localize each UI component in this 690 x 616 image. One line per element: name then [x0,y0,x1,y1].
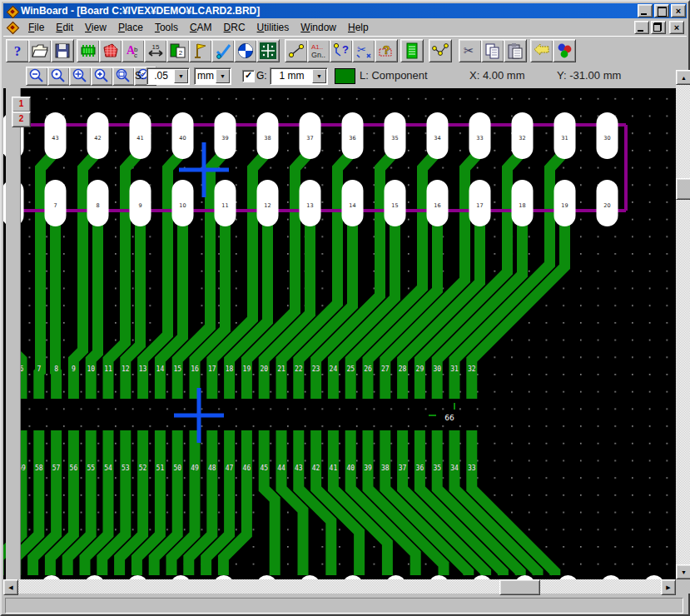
paste-button[interactable] [504,39,527,62]
title-bar[interactable]: WinBoard - [Board C:¥IVEX¥DEMO¥LCARD2.BR… [3,3,687,18]
copy-button[interactable] [481,39,504,62]
svg-text:15: 15 [173,365,181,373]
menu-tools[interactable]: Tools [155,22,178,33]
close-button[interactable]: × [671,4,686,17]
layer-strip [6,88,21,579]
vertical-scroll-thumb[interactable] [676,178,690,200]
origin-button[interactable] [256,39,280,62]
svg-text:23: 23 [312,365,320,373]
query-net-button[interactable]: ? [330,39,353,62]
add-net-button[interactable] [285,39,308,62]
open-button[interactable] [28,39,52,62]
svg-text:46: 46 [243,464,251,472]
zoom-full-button[interactable] [47,67,70,86]
place-component-button[interactable] [77,39,100,62]
netlist-button[interactable] [400,39,424,62]
status-message-field [5,598,683,614]
layers-button[interactable]: 2 [166,39,190,62]
svg-text:39: 39 [364,464,372,472]
scrollbar-corner [676,579,690,594]
zoom-window-button[interactable] [112,67,135,86]
svg-text:7: 7 [37,365,41,373]
save-button[interactable] [51,39,74,62]
horizontal-scrollbar[interactable]: ◀ ▶ [3,579,676,594]
y-coordinate-readout: Y: -31.00 mm [557,69,621,82]
svg-text:44: 44 [277,464,285,472]
chevron-down-icon[interactable]: ▼ [174,69,188,83]
menu-cam[interactable]: CAM [190,22,212,33]
chevron-down-icon[interactable]: ▼ [216,69,230,83]
svg-text:42: 42 [312,464,320,472]
layer-tab-2[interactable]: 2 [12,112,31,127]
menu-bar: File Edit View Place Tools CAM DRC Utili… [3,19,687,35]
board-canvas[interactable]: 4464374284194010391138123713361435153416… [3,88,676,579]
mdi-close-button[interactable]: × [669,21,684,34]
minimize-icon [641,13,647,15]
svg-text:34: 34 [434,135,440,142]
layer-tab-1[interactable]: 1 [12,97,31,112]
redraw-button[interactable] [234,39,257,62]
svg-text:10: 10 [87,365,95,373]
text-button[interactable]: Abc [122,39,145,62]
zoom-pan-button[interactable] [69,67,92,86]
measure-button[interactable]: 15 [144,39,167,62]
flag-button[interactable] [189,39,212,62]
layer-color-swatch[interactable] [335,68,355,84]
vertical-scrollbar[interactable]: ▲ ▼ [676,70,690,579]
svg-text:14: 14 [349,202,355,209]
ratsnest-button[interactable] [429,39,452,62]
menu-utilities[interactable]: Utilities [257,22,290,33]
help-button[interactable]: ? [6,39,29,62]
svg-text:32: 32 [468,365,476,373]
menu-file[interactable]: File [28,22,44,33]
polygon-plane-button[interactable] [99,39,122,62]
cut-button[interactable]: ✂ [459,39,482,62]
zoom-out-button[interactable] [26,67,48,86]
svg-text:14: 14 [156,365,165,373]
svg-text:✂: ✂ [464,43,474,57]
scroll-right-button[interactable]: ▶ [661,579,676,595]
app-icon[interactable] [7,6,17,17]
menu-place[interactable]: Place [118,22,143,33]
svg-text:35: 35 [433,464,441,472]
menu-edit[interactable]: Edit [56,22,73,33]
query-component-button[interactable]: ? [375,39,398,62]
svg-text:19: 19 [561,202,568,209]
scroll-left-button[interactable]: ◀ [3,579,18,595]
svg-text:39: 39 [221,135,228,142]
svg-text:45: 45 [260,464,268,472]
svg-text:57: 57 [52,464,61,472]
horizontal-scroll-thumb[interactable] [499,579,540,595]
svg-text:✂: ✂ [357,43,366,56]
svg-text:20: 20 [603,202,610,209]
grid-select[interactable]: 1 mm ▼ [270,67,328,85]
undo-button[interactable] [530,39,553,62]
draw-check-button[interactable] [211,39,235,62]
svg-text:53: 53 [122,464,130,472]
menu-drc[interactable]: DRC [224,22,246,33]
rename-net-button[interactable]: A1..Gn.. [307,39,330,62]
cut-net-button[interactable]: ✂ [352,39,375,62]
svg-text:9: 9 [72,365,76,373]
scroll-up-button[interactable]: ▲ [676,70,690,85]
svg-text:47: 47 [226,464,234,472]
mdi-minimize-icon [638,30,643,32]
colors-button[interactable] [553,39,576,62]
svg-text:A1..: A1.. [311,43,323,51]
grid-checkbox[interactable]: ✓ [242,70,255,82]
menu-view[interactable]: View [85,22,107,33]
mdi-restore-button[interactable] [651,21,666,34]
chevron-down-icon[interactable]: ▼ [312,69,326,83]
unit-select[interactable]: mm ▼ [194,67,231,85]
zoom-in-button[interactable] [91,67,113,86]
snap-select[interactable]: .05 ▼ [146,67,190,85]
minimize-button[interactable] [638,4,653,17]
mdi-minimize-button[interactable] [634,21,649,34]
mdi-document-icon[interactable] [7,22,17,32]
svg-text:21: 21 [277,365,285,373]
maximize-button[interactable] [654,4,669,17]
scroll-down-button[interactable]: ▼ [676,564,690,579]
menu-window[interactable]: Window [300,22,336,33]
menu-help[interactable]: Help [348,22,369,33]
window-title: WinBoard - [Board C:¥IVEX¥DEMO¥LCARD2.BR… [21,5,260,17]
